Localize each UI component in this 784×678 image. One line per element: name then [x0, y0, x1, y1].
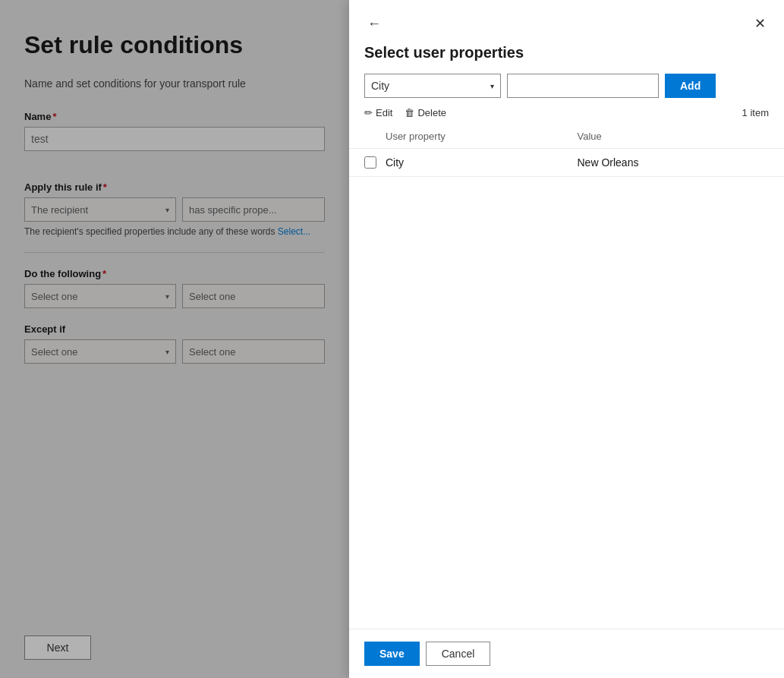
name-input[interactable]: [24, 127, 325, 151]
apply-dropdown[interactable]: The recipient ▾: [24, 197, 176, 222]
chevron-down-icon: ▾: [165, 348, 169, 356]
back-button[interactable]: ←: [364, 13, 384, 35]
chevron-down-icon: ▾: [165, 206, 169, 214]
divider: [24, 252, 325, 253]
page-title: Set rule conditions: [24, 30, 325, 59]
apply-label: Apply this rule if*: [24, 181, 325, 193]
apply-section: Apply this rule if* The recipient ▾ has …: [24, 181, 325, 237]
panel-actions: ✏ Edit 🗑 Delete 1 item: [349, 107, 784, 125]
delete-icon: 🗑: [405, 107, 414, 118]
panel-footer: Save Cancel: [349, 629, 784, 678]
except-if-row: Select one ▾ Select one: [24, 339, 325, 364]
do-following-second-dropdown[interactable]: Select one: [182, 284, 325, 308]
row-value-value: New Orleans: [578, 156, 770, 169]
cancel-button[interactable]: Cancel: [426, 642, 491, 666]
except-if-second-dropdown[interactable]: Select one: [182, 339, 325, 364]
col-property-header: User property: [386, 131, 578, 142]
apply-row: The recipient ▾ has specific prope...: [24, 197, 325, 222]
select-user-properties-panel: ← ✕ Select user properties City ▾ Add ✏ …: [349, 0, 784, 678]
chevron-down-icon: ▾: [490, 82, 494, 90]
panel-title: Select user properties: [349, 35, 784, 74]
panel-header: ← ✕: [349, 0, 784, 35]
delete-button[interactable]: 🗑 Delete: [405, 107, 446, 118]
property-dropdown[interactable]: City ▾: [364, 74, 501, 98]
close-button[interactable]: ✕: [751, 12, 769, 35]
edit-icon: ✏: [364, 107, 373, 118]
row-property-value: City: [386, 156, 578, 169]
apply-second-dropdown[interactable]: has specific prope...: [182, 197, 325, 222]
except-if-section: Except if Select one ▾ Select one: [24, 323, 325, 364]
background-panel: Set rule conditions Name and set conditi…: [0, 0, 349, 678]
panel-content: User property Value City New Orleans: [349, 125, 784, 629]
do-following-row: Select one ▾ Select one: [24, 284, 325, 308]
except-if-dropdown[interactable]: Select one ▾: [24, 339, 176, 364]
do-following-label: Do the following*: [24, 268, 325, 279]
item-count: 1 item: [742, 107, 769, 118]
helper-text: The recipient's specified properties inc…: [24, 226, 325, 237]
except-if-label: Except if: [24, 323, 325, 335]
page-subtitle: Name and set conditions for your transpo…: [24, 77, 325, 90]
row-checkbox-cell: [364, 156, 386, 169]
panel-actions-left: ✏ Edit 🗑 Delete: [364, 107, 446, 118]
do-following-section: Do the following* Select one ▾ Select on…: [24, 268, 325, 308]
table-row: City New Orleans: [349, 149, 784, 177]
save-button[interactable]: Save: [364, 642, 420, 666]
panel-toolbar: City ▾ Add: [349, 74, 784, 107]
do-following-dropdown[interactable]: Select one ▾: [24, 284, 176, 308]
table-header: User property Value: [349, 125, 784, 149]
col-value-header: Value: [578, 131, 770, 142]
close-icon: ✕: [754, 15, 766, 32]
add-button[interactable]: Add: [665, 74, 716, 98]
chevron-down-icon: ▾: [165, 292, 169, 301]
next-button[interactable]: Next: [24, 635, 91, 660]
row-checkbox[interactable]: [364, 156, 376, 169]
edit-button[interactable]: ✏ Edit: [364, 107, 392, 118]
name-section: Name*: [24, 111, 325, 166]
property-value-input[interactable]: [507, 74, 659, 98]
select-link[interactable]: Select...: [278, 226, 310, 237]
back-icon: ←: [367, 16, 381, 32]
name-label: Name*: [24, 111, 325, 122]
